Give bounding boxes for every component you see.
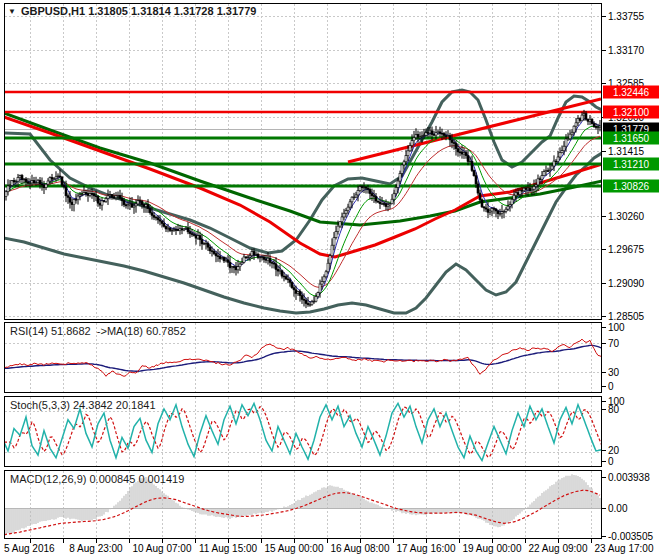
axis-label: 100 (608, 322, 625, 333)
price-level-badge-text: 1.31210 (613, 159, 650, 170)
price-level-badge-text: 1.32446 (613, 87, 650, 98)
time-axis: 5 Aug 20168 Aug 23:0010 Aug 07:0011 Aug … (4, 539, 654, 555)
price-level-badge-text: 1.31650 (613, 133, 650, 144)
time-axis-label: 23 Aug 17:00 (595, 543, 654, 554)
price-level-badge-text: 1.32100 (613, 107, 650, 118)
axis-label: 0 (608, 381, 614, 392)
candlestick-series[interactable] (5, 110, 601, 308)
time-axis-label: 10 Aug 07:00 (133, 543, 192, 554)
time-axis-label: 17 Aug 16:00 (397, 543, 456, 554)
axis-label: 1.31415 (608, 146, 645, 157)
mt4-chart-window[interactable]: 1.337551.331701.325851.320001.314151.302… (0, 0, 660, 560)
axis-label: 0.00 (608, 503, 628, 514)
price-level-badge-text: 1.30826 (613, 181, 650, 192)
axis-label: 1.30260 (608, 211, 645, 222)
axis-label: 1.29675 (608, 244, 645, 255)
time-axis-label: 5 Aug 2016 (4, 543, 55, 554)
axis-label: 80 (608, 404, 620, 415)
lower-band-line (4, 153, 602, 313)
axis-label: 0 (608, 456, 614, 467)
macd-histogram (6, 474, 600, 534)
time-axis-label: 22 Aug 09:00 (529, 543, 588, 554)
axis-label: -0.003505 (608, 531, 653, 542)
macd-signal-line (4, 490, 600, 535)
time-axis-label: 16 Aug 08:00 (331, 543, 390, 554)
price-chart-canvas[interactable]: 1.337551.331701.325851.320001.314151.302… (0, 0, 660, 560)
axis-label: 20 (608, 445, 620, 456)
fast-ma-red-line (6, 136, 600, 287)
axis-label: 1.29090 (608, 278, 645, 289)
grid-lines (5, 4, 601, 538)
price-level-badges: 1.324461.321001.317791.316501.312101.308… (603, 86, 659, 193)
time-axis-label: 8 Aug 23:00 (69, 543, 123, 554)
axis-label: 30 (608, 367, 620, 378)
time-axis-label: 19 Aug 00:00 (463, 543, 522, 554)
macd-panel (4, 474, 600, 534)
panel-borders (5, 4, 602, 539)
axis-label: 1.28505 (608, 311, 645, 322)
main-price-panel (4, 90, 602, 313)
time-axis-label: 11 Aug 15:00 (199, 543, 258, 554)
axis-label: 70 (608, 338, 620, 349)
fast-ma-green-line (6, 126, 600, 295)
axis-label: 1.33170 (608, 45, 645, 56)
rsi-line (4, 339, 602, 376)
time-axis-label: 15 Aug 00:00 (265, 543, 324, 554)
axis-label: 1.33755 (608, 11, 645, 22)
axis-label: 0.003938 (608, 472, 650, 483)
upper-band-line (4, 90, 602, 253)
rsi-panel (4, 339, 602, 376)
